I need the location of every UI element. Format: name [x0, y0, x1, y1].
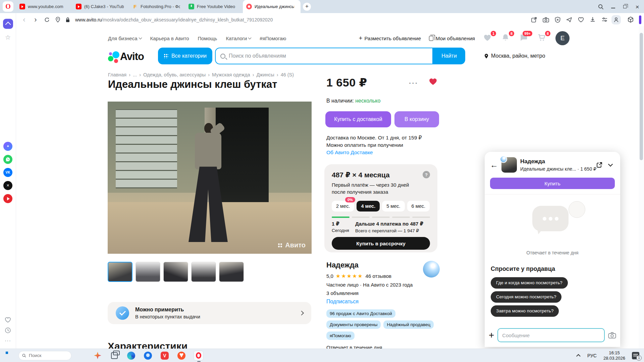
- breadcrumb-item[interactable]: Одежда, обувь, аксессуары: [143, 72, 206, 77]
- start-button[interactable]: [6, 352, 11, 357]
- url-text[interactable]: www.avito.ru/moskva/odezhda_obuv_aksessu…: [75, 17, 273, 22]
- seller-badge[interactable]: Документы проверены: [326, 320, 381, 329]
- cart-button[interactable]: 8: [537, 33, 547, 43]
- breadcrumb-item[interactable]: Мужская одежда: [212, 72, 250, 77]
- tray-expand-icon[interactable]: [576, 354, 581, 358]
- back-icon[interactable]: ‹: [19, 15, 29, 24]
- history-clock-icon[interactable]: [5, 327, 11, 334]
- thumbnail-2[interactable]: [136, 262, 160, 282]
- share-page-icon[interactable]: [529, 15, 539, 24]
- favorite-heart-icon[interactable]: [428, 77, 438, 85]
- nav-catalogs[interactable]: Каталоги: [226, 36, 251, 41]
- breadcrumb-item[interactable]: 46 (S): [281, 72, 294, 77]
- favorites-button[interactable]: 1: [483, 33, 493, 43]
- clock[interactable]: 16:15 28.03.2026: [603, 350, 625, 361]
- seller-badge[interactable]: 96 продаж с Авито Доставкой: [326, 309, 395, 318]
- buy-with-delivery-button[interactable]: Купить с доставкой: [325, 111, 391, 127]
- site-pin-icon[interactable]: [53, 15, 62, 24]
- seller-reviews[interactable]: 46 отзывов: [366, 273, 392, 279]
- new-tab-button[interactable]: +: [303, 3, 311, 11]
- whatsapp-icon[interactable]: [3, 155, 12, 164]
- subscribe-link[interactable]: Подписаться: [326, 299, 440, 305]
- notification-center-icon[interactable]: 1: [632, 352, 639, 359]
- suggestion-chip[interactable]: Где и когда можно посмотреть?: [491, 277, 568, 289]
- minimize-button[interactable]: [609, 3, 617, 11]
- avito-logo[interactable]: Avito: [108, 47, 144, 65]
- task-view-icon[interactable]: [110, 351, 119, 360]
- opera-taskbar-icon-active[interactable]: [194, 351, 204, 361]
- chat-item-thumbnail[interactable]: [501, 157, 517, 173]
- sidebar-more-icon[interactable]: ···: [5, 338, 11, 344]
- post-ad-button[interactable]: +Разместить объявление: [359, 35, 421, 42]
- vk-icon[interactable]: VK: [3, 168, 12, 177]
- suggestion-chip[interactable]: Завтра можно посмотреть?: [491, 305, 559, 317]
- forward-icon[interactable]: ›: [31, 15, 40, 24]
- page-scrollbar[interactable]: [639, 26, 644, 349]
- vivaldi-icon[interactable]: V: [160, 351, 169, 360]
- tab-fotohosting[interactable]: F Fotohosting.Pro - Фотохос: [129, 0, 184, 13]
- add-to-cart-button[interactable]: В корзину: [394, 111, 439, 127]
- nav-for-business[interactable]: Для бизнеса: [108, 36, 142, 41]
- seller-ads-count[interactable]: 3 объявления: [326, 290, 440, 296]
- bookmarks-star-icon[interactable]: ☆: [5, 34, 11, 41]
- lock-icon[interactable]: [63, 15, 72, 24]
- taskbar-search-input[interactable]: [29, 353, 68, 358]
- chat-buy-button[interactable]: Купить: [490, 178, 615, 189]
- tab-search-icon[interactable]: [597, 3, 605, 11]
- thumbnail-1-selected[interactable]: [108, 262, 132, 282]
- try-on-banner[interactable]: Можно примерить В некоторых пунктах выда…: [108, 302, 311, 324]
- send-to-device-icon[interactable]: [565, 15, 574, 24]
- seller-avatar[interactable]: [423, 261, 440, 278]
- user-avatar[interactable]: E: [555, 31, 570, 45]
- tab-downloader[interactable]: Free Youtube Video Down: [185, 0, 241, 13]
- collapse-chevron-icon[interactable]: [608, 162, 613, 167]
- breadcrumb-item[interactable]: Джинсы: [256, 72, 274, 77]
- thumbnail-5[interactable]: [219, 262, 244, 282]
- red-player-icon[interactable]: [3, 194, 12, 203]
- close-button[interactable]: ×: [633, 3, 641, 11]
- product-photo[interactable]: Авито: [108, 102, 312, 254]
- maximize-button[interactable]: [621, 3, 629, 11]
- extension-cube-icon[interactable]: [626, 15, 635, 24]
- adblock-shield-icon[interactable]: [553, 15, 562, 24]
- nav-help[interactable]: Помощь: [198, 36, 217, 41]
- help-icon[interactable]: ?: [423, 171, 430, 178]
- breadcrumb-item[interactable]: ...: [133, 72, 137, 77]
- browser-blue-icon[interactable]: [143, 351, 153, 360]
- speed-dial-icon[interactable]: [3, 19, 13, 29]
- buy-installment-button[interactable]: Купить в рассрочку: [332, 237, 430, 250]
- location-selector[interactable]: Москва, район, метро: [484, 53, 545, 59]
- favorites-heart-icon[interactable]: [5, 317, 11, 323]
- edge-icon[interactable]: [126, 351, 136, 360]
- seller-badge[interactable]: Надёжный продавец: [383, 320, 434, 329]
- tuning-sliders-icon[interactable]: [600, 15, 609, 24]
- thumbnail-3[interactable]: [163, 262, 188, 282]
- notifications-button[interactable]: 8: [501, 33, 511, 43]
- nav-career[interactable]: Карьера в Авито: [150, 36, 189, 41]
- opera-menu-button[interactable]: O: [3, 1, 13, 12]
- search-submit-button[interactable]: Найти: [433, 48, 465, 64]
- more-actions-icon[interactable]: ···: [409, 79, 418, 88]
- about-delivery-link[interactable]: Об Авито Доставке: [326, 149, 422, 156]
- tab-youtube-home[interactable]: www.youtube.com: [16, 0, 71, 13]
- reload-icon[interactable]: [42, 15, 52, 24]
- thumbnail-4[interactable]: [191, 262, 216, 282]
- tab-cjake3[interactable]: (6) CJake3 - YouTube: [72, 0, 128, 13]
- aria-ai-icon[interactable]: ✦: [3, 142, 12, 151]
- breadcrumb-item[interactable]: Главная: [108, 72, 126, 77]
- snapshot-camera-icon[interactable]: [541, 15, 550, 24]
- messages-button[interactable]: 99+: [519, 33, 529, 43]
- profile-icon[interactable]: [611, 15, 621, 24]
- downloads-icon[interactable]: [588, 15, 597, 24]
- copilot-icon[interactable]: [93, 351, 102, 360]
- sidebar-panel-indicator[interactable]: [639, 15, 641, 24]
- chat-back-icon[interactable]: ←: [490, 161, 498, 169]
- nav-ihelp[interactable]: #яПомогаю: [260, 36, 286, 41]
- taskbar-search[interactable]: [18, 351, 71, 360]
- bookmark-heart-icon[interactable]: [576, 15, 586, 24]
- x-icon[interactable]: ✕: [3, 181, 12, 190]
- scrollbar-thumb[interactable]: [640, 33, 643, 160]
- term-6-months[interactable]: 6 мес.: [407, 201, 430, 212]
- all-categories-button[interactable]: Все категории: [158, 48, 212, 64]
- my-ads-button[interactable]: Мои объявления: [429, 36, 475, 41]
